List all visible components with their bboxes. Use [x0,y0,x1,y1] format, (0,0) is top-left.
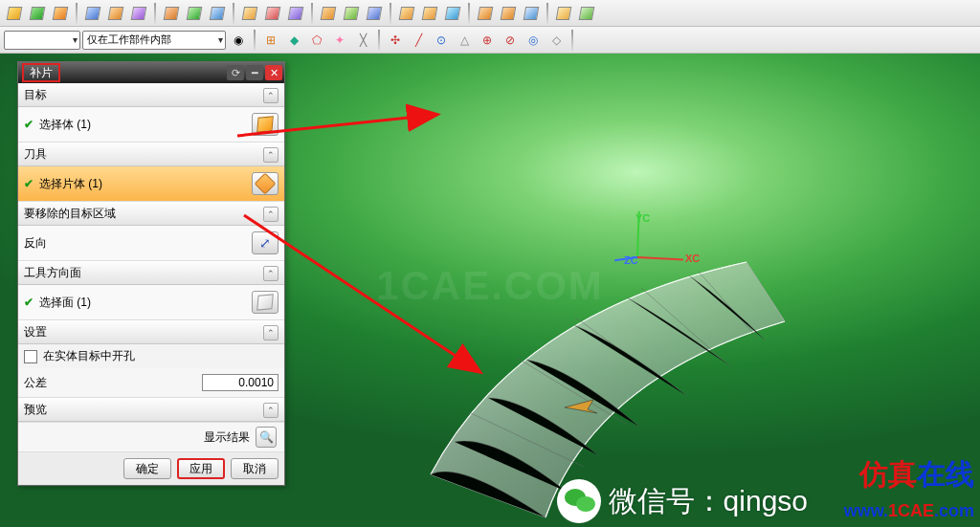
select-face-label: 选择面 (1) [39,295,91,311]
toolbar-button[interactable] [419,3,440,24]
separator [546,3,548,24]
toolbar-button[interactable] [442,3,463,24]
pin-icon[interactable]: ⟳ [227,65,244,80]
section-settings[interactable]: 设置 [18,320,284,344]
wechat-overlay: 微信号：qingso [557,479,808,523]
dialog-title: 补片 [22,63,60,82]
toolbar-button[interactable] [576,3,597,24]
section-preview[interactable]: 预览 [18,398,284,422]
pick-face-button[interactable] [252,291,278,314]
separator [390,3,391,24]
snap-btn[interactable]: ◆ [283,30,304,51]
toolbar-button[interactable] [239,3,260,24]
toolbar-button[interactable] [521,3,542,24]
close-icon[interactable]: ✕ [265,65,282,80]
axis-y-label: YC [635,212,650,224]
toolbar-button[interactable] [128,3,149,24]
toolbar-button[interactable] [50,3,71,24]
wechat-icon [557,479,601,523]
toolbar-button[interactable] [396,3,417,24]
ok-button[interactable]: 确定 [123,458,171,479]
section-target[interactable]: 目标 [18,83,284,107]
sheet-body-icon [255,173,277,195]
section-target-label: 目标 [24,87,47,103]
section-direction-label: 工具方向面 [24,265,81,281]
dialog-titlebar[interactable]: 补片 ⟳ ━ ✕ [18,62,284,83]
toolbar-button[interactable] [364,3,385,24]
row-select-face[interactable]: ✔ 选择面 (1) [18,285,284,320]
toolbar-button[interactable] [207,3,228,24]
chevron-up-icon [263,266,278,281]
snap-btn[interactable]: ◇ [546,30,567,51]
separator [154,3,156,24]
snap-btn[interactable]: △ [454,30,475,51]
snap-btn[interactable]: ╳ [352,30,373,51]
separator [233,3,234,24]
selection-toolbar: 仅在工作部件内部 ◉ ⊞ ◆ ⬠ ✦ ╳ ✣ ╱ ⊙ △ ⊕ ⊘ ◎ ◇ [0,27,980,54]
selection-scope-label: 仅在工作部件内部 [87,33,171,47]
check-icon: ✔ [24,118,33,131]
separator [468,3,470,24]
snap-btn[interactable]: ✣ [385,30,406,51]
apply-button[interactable]: 应用 [177,458,225,479]
section-remove-region[interactable]: 要移除的目标区域 [18,202,284,226]
section-preview-label: 预览 [24,402,47,418]
tolerance-input[interactable] [202,374,278,391]
toolbar-button[interactable] [105,3,126,24]
toolbar-button[interactable] [262,3,283,24]
section-tool-label: 刀具 [24,146,47,163]
chevron-up-icon [263,147,278,163]
snap-point-btn[interactable]: ⊞ [260,30,281,51]
toolbar-button[interactable] [27,3,48,24]
solid-body-icon [256,116,274,132]
reverse-direction-button[interactable] [252,231,278,254]
snap-btn[interactable]: ⬠ [306,30,327,51]
show-result-button[interactable] [256,427,277,448]
select-sheet-label: 选择片体 (1) [39,176,102,192]
main-toolbar [0,0,980,27]
toolbar-button[interactable] [475,3,496,24]
minimize-icon[interactable]: ━ [246,65,263,80]
toolbar-button[interactable] [184,3,205,24]
row-select-sheet[interactable]: ✔ 选择片体 (1) [18,166,284,202]
check-icon: ✔ [24,296,33,309]
chevron-up-icon [263,88,278,103]
toolbar-button[interactable] [161,3,182,24]
brand-url-c: .com [934,501,974,520]
brand-url-a: www. [844,501,888,520]
toolbar-button[interactable] [498,3,519,24]
selection-type-dropdown[interactable] [4,31,80,50]
selection-scope-dropdown[interactable]: 仅在工作部件内部 [82,31,226,50]
toolbar-button[interactable] [285,3,306,24]
section-tool[interactable]: 刀具 [18,143,284,166]
row-checkbox-hole: 在实体目标中开孔 [18,344,284,368]
row-select-body[interactable]: ✔ 选择体 (1) [18,107,284,143]
toolbar-button[interactable] [341,3,362,24]
chevron-up-icon [263,403,278,418]
section-remove-label: 要移除的目标区域 [24,206,116,222]
snap-btn[interactable]: ⊕ [477,30,498,51]
tolerance-label: 公差 [24,375,47,391]
brand-url: www.1CAE.com [844,501,974,521]
separator [311,3,313,24]
select-body-label: 选择体 (1) [39,117,91,133]
snap-btn[interactable]: ⊘ [500,30,521,51]
show-result-label: 显示结果 [204,429,250,446]
separator [571,30,573,51]
hole-in-solid-checkbox[interactable] [24,350,37,363]
brand-zh-a: 仿真 [859,458,917,490]
snap-btn[interactable]: ✦ [329,30,350,51]
cancel-button[interactable]: 取消 [231,458,278,479]
pick-body-button[interactable] [252,113,278,136]
snap-btn[interactable]: ⊙ [431,30,452,51]
toolbar-button[interactable] [318,3,339,24]
toolbar-button[interactable] [553,3,574,24]
section-tool-direction[interactable]: 工具方向面 [18,261,284,285]
wechat-prefix: 微信号： [609,485,724,516]
pick-sheet-button[interactable] [252,172,278,195]
snap-btn[interactable]: ◎ [523,30,544,51]
tb-btn[interactable]: ◉ [228,30,249,51]
toolbar-button[interactable] [4,3,25,24]
snap-btn[interactable]: ╱ [408,30,429,51]
toolbar-button[interactable] [82,3,103,24]
